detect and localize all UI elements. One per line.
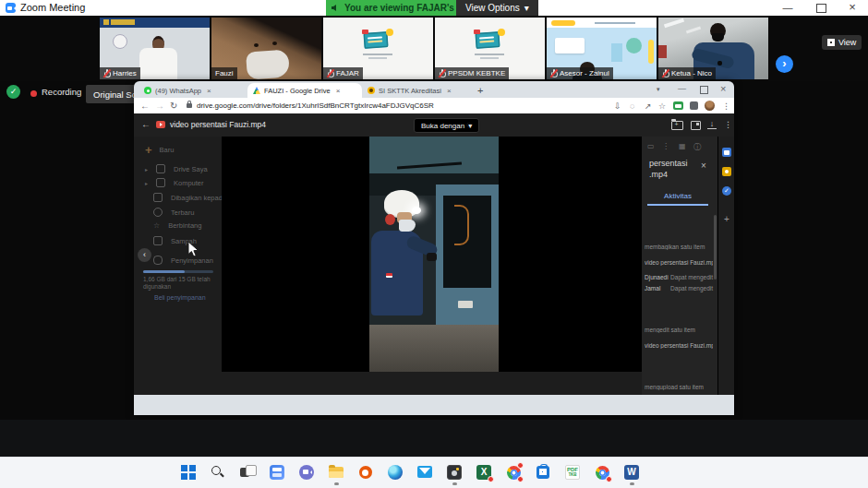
tab-close-icon[interactable]: × — [207, 87, 211, 95]
drive-new-button[interactable]: +Baru — [145, 143, 174, 157]
start-button[interactable] — [180, 464, 197, 481]
buy-storage-link[interactable]: Beli penyimpanan — [154, 294, 206, 301]
excel-icon[interactable]: X — [476, 464, 492, 481]
calendar-icon[interactable] — [722, 148, 731, 157]
lock-icon[interactable] — [187, 103, 192, 108]
sidebar-item-komputer[interactable]: ▸Komputer — [145, 178, 204, 187]
keep-icon[interactable] — [722, 167, 731, 176]
close-button[interactable]: × — [843, 0, 862, 14]
encryption-shield-icon: ✓ — [6, 85, 20, 99]
extension-idm-icon[interactable] — [673, 101, 683, 110]
trash-icon — [153, 236, 163, 245]
activity-file-link[interactable]: video persentasi Fauzi.mp4 — [645, 259, 713, 266]
browser-maximize-button[interactable] — [700, 86, 708, 94]
new-tab-button[interactable]: + — [477, 85, 483, 96]
participant-tile[interactable]: Ketua - Nico — [658, 18, 768, 79]
open-app-indicator — [334, 482, 339, 485]
activity-permission-row: DjunaediDapat mengedit — [645, 274, 713, 280]
panel-scrollbar[interactable] — [714, 215, 717, 280]
participant-tile[interactable]: Asesor - Zainul — [547, 18, 657, 79]
more-options-icon[interactable]: ⋮ — [724, 120, 732, 129]
participant-name: Ketua - Nico — [671, 69, 712, 77]
open-in-new-window-icon[interactable] — [691, 121, 701, 130]
browser-tab-google-drive[interactable]: FAUZI - Google Drive × — [247, 83, 362, 98]
word-icon[interactable]: W — [623, 464, 640, 481]
tab-aktivitas[interactable]: Aktivitas — [642, 192, 714, 200]
storage-cloud-icon — [153, 256, 163, 265]
file-explorer-icon[interactable] — [328, 464, 344, 481]
view-label: View — [838, 38, 856, 47]
taskbar-search-icon[interactable] — [210, 464, 226, 481]
add-to-folder-icon[interactable] — [671, 121, 683, 130]
tab-title: SI SKTTK Akreditasi — [379, 87, 441, 95]
task-view-icon[interactable] — [239, 464, 256, 481]
panel-file-title: persentasi — [649, 159, 688, 168]
browser-tab-whatsapp[interactable]: (49) WhatsApp × — [139, 83, 217, 98]
notification-badge — [488, 476, 494, 482]
previous-file-button[interactable]: ‹ — [138, 248, 151, 262]
view-options-button[interactable]: View Options▾ — [456, 0, 538, 16]
sidebar-item-penyimpanan[interactable]: Penyimpanan — [153, 256, 213, 265]
microsoft-store-icon[interactable] — [535, 464, 551, 481]
next-participants-button[interactable]: › — [776, 55, 793, 73]
refresh-icon[interactable]: ↻ — [170, 101, 177, 111]
chrome-icon[interactable] — [505, 464, 522, 481]
office-icon[interactable] — [357, 464, 374, 481]
view-layout-button[interactable]: View — [822, 35, 862, 50]
save-page-icon[interactable]: ⇩ — [614, 101, 621, 111]
activity-file-link[interactable]: video persentasi Fauzi.mp4 — [645, 342, 713, 349]
mic-muted-icon — [550, 69, 557, 77]
extensions-puzzle-icon[interactable] — [690, 101, 698, 110]
browser-close-button[interactable]: × — [720, 83, 726, 94]
back-arrow-icon[interactable]: ← — [141, 119, 151, 129]
participant-tile[interactable]: Fauzi — [211, 18, 321, 79]
edge-icon[interactable] — [387, 464, 404, 481]
zoom-control-toolbar: Unmute ▴ Stop Video ▴ Security 8 Partici… — [0, 420, 868, 457]
video-file-icon — [156, 121, 165, 128]
bookmark-star-icon[interactable]: ☆ — [658, 101, 666, 111]
screenshot-app-icon[interactable] — [446, 464, 463, 481]
search-in-page-icon[interactable]: ◌ — [630, 101, 634, 111]
activity-entry: mengedit satu item — [645, 327, 713, 333]
participant-name: Fauzi — [215, 69, 234, 77]
browser-profile-avatar[interactable] — [705, 101, 715, 111]
pdf-app-icon[interactable]: PDFTKB — [564, 464, 581, 481]
add-apps-icon[interactable]: + — [722, 214, 731, 223]
notification-badge — [606, 476, 612, 482]
browser-window: (49) WhatsApp × FAUZI - Google Drive × S… — [134, 81, 734, 415]
tab-close-icon[interactable]: × — [447, 87, 452, 95]
open-app-indicator — [630, 482, 634, 485]
notification-badge — [517, 462, 524, 469]
participant-tile[interactable]: PPSDM KEBTKE — [435, 18, 545, 79]
window-title: Zoom Meeting — [20, 2, 85, 13]
url-text[interactable]: drive.google.com/drive/folders/1XuhrISdf… — [197, 101, 434, 110]
browser-menu-icon[interactable]: ⋮ — [722, 101, 730, 111]
tasks-icon[interactable]: ✓ — [722, 186, 731, 196]
tab-search-chevron-icon[interactable]: ▾ — [657, 86, 660, 93]
sidebar-item-berbintang[interactable]: ☆Berbintang — [153, 221, 201, 230]
teams-chat-icon[interactable] — [298, 464, 315, 481]
drive-icon — [156, 164, 165, 173]
whatsapp-favicon — [144, 87, 151, 94]
minimize-button[interactable]: — — [778, 2, 797, 13]
participant-tile[interactable]: FAJAR — [323, 18, 433, 79]
back-icon[interactable]: ← — [140, 101, 150, 111]
chrome-profile-icon[interactable] — [594, 464, 610, 481]
download-icon[interactable]: ↓ — [707, 119, 717, 128]
mail-icon[interactable] — [416, 464, 433, 481]
tab-close-icon[interactable]: × — [336, 87, 341, 95]
video-player[interactable] — [222, 137, 642, 372]
browser-minimize-button[interactable]: — — [678, 84, 686, 93]
zoom-app-icon — [6, 3, 16, 13]
drive-details-panel: ▭ ⋮ ▦ ⓘ persentasi .mp4 × Aktivitas memb… — [642, 137, 717, 395]
sidebar-item-drive-saya[interactable]: ▸Drive Saya — [145, 164, 208, 173]
maximize-button[interactable] — [816, 4, 826, 13]
forward-icon[interactable]: → — [155, 101, 164, 111]
browser-tab-si-skttk[interactable]: SI SKTTK Akreditasi × — [362, 83, 457, 98]
windows-taskbar: X PDFTKB W ^ ENGINTL 9:22 22/02/2022 — [0, 457, 868, 488]
share-icon[interactable]: ↗ — [645, 101, 652, 111]
participant-tile[interactable]: Harries — [100, 18, 210, 79]
widgets-icon[interactable] — [269, 464, 285, 481]
sidebar-item-terbaru[interactable]: Terbaru — [153, 208, 194, 217]
panel-close-icon[interactable]: × — [701, 161, 706, 171]
